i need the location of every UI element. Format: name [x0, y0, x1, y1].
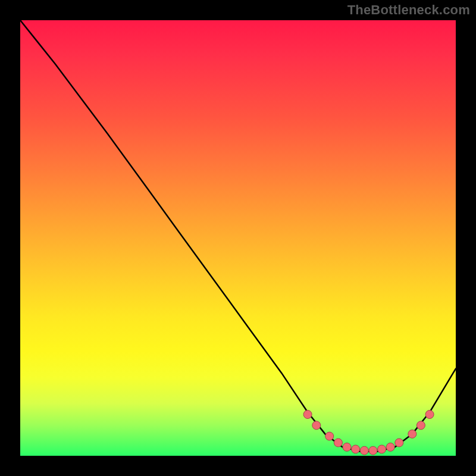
curve-svg: [20, 20, 456, 456]
highlight-dot: [325, 432, 334, 440]
curve-path: [20, 20, 456, 452]
highlight-dot: [425, 411, 434, 419]
highlight-dot: [343, 443, 351, 451]
plot-area: [20, 20, 456, 456]
highlight-dot: [360, 446, 368, 455]
highlight-dot: [303, 411, 312, 419]
watermark-label: TheBottleneck.com: [347, 2, 470, 18]
highlight-dot: [386, 443, 394, 451]
highlight-dot: [408, 430, 416, 438]
highlight-dot: [334, 439, 342, 447]
chart-frame: TheBottleneck.com: [0, 0, 476, 476]
highlight-dot: [378, 445, 386, 453]
highlight-dot: [416, 421, 425, 430]
highlight-dot: [395, 439, 403, 447]
highlight-dot: [352, 445, 360, 453]
highlight-dot: [312, 421, 321, 430]
highlight-dot: [369, 446, 377, 455]
